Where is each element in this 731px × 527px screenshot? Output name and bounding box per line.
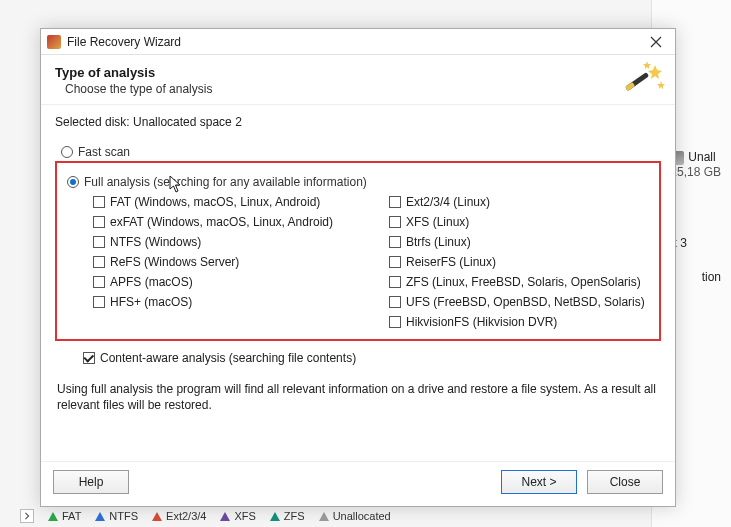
checkbox-ntfs[interactable]: NTFS (Windows) [93,235,353,249]
bg-unallocated-entry: Unall 25,18 GB [670,150,721,179]
checkbox-icon [93,256,105,268]
checkbox-icon [93,196,105,208]
legend-triangle-icon [270,512,280,521]
bg-tion-fragment: tion [702,270,721,284]
legend-chevron[interactable] [20,509,34,523]
button-bar: Help Next > Close [41,461,675,506]
checkbox-ext[interactable]: Ext2/3/4 (Linux) [389,195,649,209]
legend-item-xfs: XFS [220,510,255,522]
svg-marker-2 [648,65,662,79]
close-icon[interactable] [643,32,669,52]
checkbox-icon [389,256,401,268]
chevron-right-icon [23,512,31,520]
header-title: Type of analysis [55,65,661,80]
bg-unall-label: Unall [688,150,715,164]
svg-marker-3 [643,61,651,69]
radio-icon [67,176,79,188]
radio-full-analysis[interactable]: Full analysis (searching for any availab… [67,175,649,189]
full-analysis-highlight: Full analysis (searching for any availab… [55,161,661,341]
filesystems-right-column: Ext2/3/4 (Linux) XFS (Linux) Btrfs (Linu… [389,195,649,329]
bg-unall-size: 25,18 GB [670,165,721,179]
checkbox-xfs[interactable]: XFS (Linux) [389,215,649,229]
checkbox-icon [93,296,105,308]
legend-item-ext: Ext2/3/4 [152,510,206,522]
wand-icon [619,61,665,101]
checkbox-ufs[interactable]: UFS (FreeBSD, OpenBSD, NetBSD, Solaris) [389,295,649,309]
checkbox-icon [93,216,105,228]
checkbox-reiserfs[interactable]: ReiserFS (Linux) [389,255,649,269]
header-subtitle: Choose the type of analysis [65,82,661,96]
legend-item-ntfs: NTFS [95,510,138,522]
checkbox-btrfs[interactable]: Btrfs (Linux) [389,235,649,249]
titlebar: File Recovery Wizard [41,29,675,55]
filesystems-left-column: FAT (Windows, macOS, Linux, Android) exF… [93,195,353,329]
checkbox-fat[interactable]: FAT (Windows, macOS, Linux, Android) [93,195,353,209]
window-title: File Recovery Wizard [67,35,643,49]
legend-item-fat: FAT [48,510,81,522]
checkbox-icon [83,352,95,364]
checkbox-exfat[interactable]: exFAT (Windows, macOS, Linux, Android) [93,215,353,229]
checkbox-apfs[interactable]: APFS (macOS) [93,275,353,289]
checkbox-icon [389,276,401,288]
checkbox-hfs[interactable]: HFS+ (macOS) [93,295,353,309]
radio-label: Fast scan [78,145,130,159]
fs-legend: FAT NTFS Ext2/3/4 XFS ZFS Unallocated [20,509,391,523]
checkbox-icon [93,276,105,288]
checkbox-refs[interactable]: ReFS (Windows Server) [93,255,353,269]
checkbox-icon [389,216,401,228]
legend-triangle-icon [95,512,105,521]
hint-text: Using full analysis the program will fin… [57,381,659,413]
svg-marker-4 [657,81,665,89]
wizard-header: Type of analysis Choose the type of anal… [41,55,675,105]
checkbox-zfs[interactable]: ZFS (Linux, FreeBSD, Solaris, OpenSolari… [389,275,649,289]
radio-label: Full analysis (searching for any availab… [84,175,367,189]
app-icon [47,35,61,49]
help-button[interactable]: Help [53,470,129,494]
checkbox-icon [93,236,105,248]
legend-item-unallocated: Unallocated [319,510,391,522]
wizard-body: Selected disk: Unallocated space 2 Fast … [41,105,675,421]
next-button[interactable]: Next > [501,470,577,494]
legend-triangle-icon [319,512,329,521]
file-recovery-wizard-dialog: File Recovery Wizard Type of analysis Ch… [40,28,676,507]
checkbox-icon [389,316,401,328]
checkbox-content-aware[interactable]: Content-aware analysis (searching file c… [83,351,661,365]
legend-triangle-icon [152,512,162,521]
legend-triangle-icon [220,512,230,521]
radio-icon [61,146,73,158]
selected-disk: Selected disk: Unallocated space 2 [55,115,661,129]
radio-fast-scan[interactable]: Fast scan [61,145,661,159]
bg-x3-fragment: x 3 [671,236,721,250]
legend-item-zfs: ZFS [270,510,305,522]
checkbox-hikvision[interactable]: HikvisionFS (Hikvision DVR) [389,315,649,329]
checkbox-icon [389,296,401,308]
checkbox-icon [389,236,401,248]
checkbox-icon [389,196,401,208]
close-button[interactable]: Close [587,470,663,494]
legend-triangle-icon [48,512,58,521]
